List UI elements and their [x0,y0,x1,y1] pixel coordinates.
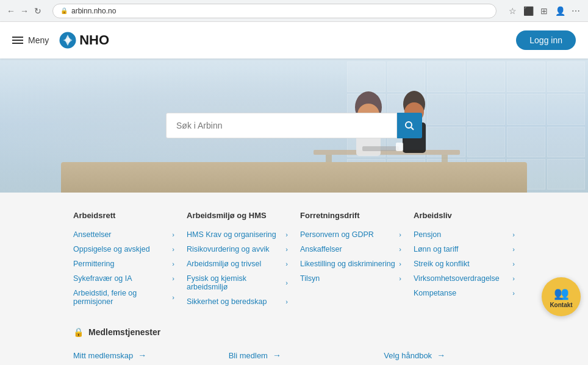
hero-table [61,162,527,193]
nav-section-2: ForretningsdriftPersonvern og GDPR›Anska… [300,211,401,309]
url-text: arbinn.nho.no [71,7,116,15]
main-content: ArbeidsrettAnsettelser›Oppsigelse og avs… [0,193,588,365]
nav-chevron-icon-0-0: › [172,231,174,238]
nav-chevron-icon-2-3: › [399,275,401,282]
nho-logo-icon [59,31,77,49]
contact-label: Kontakt [550,302,572,308]
site-header: Meny NHO Logg inn [0,22,588,58]
nav-section-title-1: Arbeidsmiljø og HMS [187,211,288,220]
nav-chevron-icon-3-2: › [512,260,515,268]
nav-item-2-1[interactable]: Anskaffelser› [300,242,401,257]
member-link-2-0[interactable]: Bli medlem→ [229,347,360,364]
hamburger-icon [12,37,23,44]
star-icon[interactable]: ☆ [506,5,518,17]
member-services: 🔒 Medlemstjenester Mitt medlemskap→Medle… [12,327,576,365]
member-arrow-icon-1-0: → [138,350,146,360]
back-button[interactable]: ← [6,6,16,16]
member-col-1: Mitt medlemskap→Medlemsfordeler→Content … [73,347,204,365]
nav-item-0-2[interactable]: Permittering› [73,257,174,271]
nav-chevron-icon-0-1: › [172,246,174,253]
nav-chevron-icon-2-2: › [399,260,401,268]
nav-item-2-2[interactable]: Likestilling og diskriminering› [300,257,401,271]
nav-item-0-0[interactable]: Ansettelser› [73,227,174,242]
browser-actions: ☆ ⬛ ⊞ 👤 ⋯ [506,5,582,17]
lock-icon: 🔒 [60,7,68,14]
contact-icon: 👥 [554,286,569,300]
nav-item-2-3[interactable]: Tilsyn› [300,271,401,286]
nav-item-3-0[interactable]: Pensjon› [414,227,515,242]
nav-item-3-1[interactable]: Lønn og tariff› [414,242,515,257]
svg-rect-11 [396,143,403,151]
nav-chevron-icon-0-3: › [172,275,174,282]
address-bar[interactable]: 🔒 arbinn.nho.no [52,4,497,18]
extensions-icon[interactable]: ⬛ [522,5,534,17]
nav-section-1: Arbeidsmiljø og HMSHMS Krav og organiser… [187,211,288,309]
nav-section-0: ArbeidsrettAnsettelser›Oppsigelse og avs… [73,211,174,309]
nav-chevron-icon-3-0: › [512,231,515,238]
nav-chevron-icon-2-1: › [399,246,401,253]
search-input[interactable] [166,113,397,138]
nav-chevron-icon-3-1: › [512,246,515,253]
nav-chevron-icon-3-4: › [512,289,515,297]
svg-point-12 [406,122,412,128]
search-icon [404,121,414,130]
member-link-1-0[interactable]: Mitt medlemskap→ [73,347,204,364]
nav-item-1-3[interactable]: Fysisk og kjemisk arbeidsmiljø› [187,271,288,294]
member-col-3: Velg håndbok→HMS Risikostyringsverktøy→ [384,347,515,365]
windows-icon[interactable]: ⊞ [538,5,550,17]
contact-button[interactable]: 👥 Kontakt [542,277,581,316]
member-link-3-0[interactable]: Velg håndbok→ [384,347,515,364]
member-col-2: Bli medlem→NHO Kurs→ [229,347,360,365]
logo-text: NHO [79,32,109,48]
nav-item-3-2[interactable]: Streik og konflikt› [414,257,515,271]
hero-section [0,58,588,193]
nav-chevron-icon-1-1: › [285,246,288,253]
profile-icon[interactable]: 👤 [554,5,566,17]
nav-item-1-4[interactable]: Sikkerhet og beredskap› [187,294,288,309]
nav-item-1-1[interactable]: Risikovurdering og avvik› [187,242,288,257]
nav-chevron-icon-2-0: › [399,231,401,238]
search-bar [166,113,422,138]
nav-grid: ArbeidsrettAnsettelser›Oppsigelse og avs… [12,211,576,309]
logo[interactable]: NHO [59,31,109,49]
nav-item-0-4[interactable]: Arbeidstid, ferie og permisjoner› [73,286,174,309]
nav-chevron-icon-1-0: › [285,231,288,238]
member-arrow-icon-3-0: → [437,350,445,360]
member-services-label: Medlemstjenester [88,327,160,337]
lock-icon: 🔒 [73,327,84,337]
nav-item-3-3[interactable]: Virksomhetsoverdragelse› [414,271,515,286]
member-arrow-icon-2-0: → [273,350,281,360]
member-services-title: 🔒 Medlemstjenester [73,327,515,337]
nav-item-2-0[interactable]: Personvern og GDPR› [300,227,401,242]
nav-item-0-3[interactable]: Sykefravær og IA› [73,271,174,286]
nav-item-3-4[interactable]: Kompetanse› [414,286,515,300]
nav-item-1-2[interactable]: Arbeidsmiljø og trivsel› [187,257,288,271]
nav-chevron-icon-1-2: › [285,260,288,268]
reload-button[interactable]: ↻ [33,6,43,16]
svg-rect-10 [362,146,399,151]
menu-dots-icon[interactable]: ⋯ [570,5,582,17]
member-grid: Mitt medlemskap→Medlemsfordeler→Content … [73,347,515,365]
forward-button[interactable]: → [20,6,29,16]
nav-chevron-icon-0-4: › [172,294,174,301]
nav-chevron-icon-1-3: › [285,279,288,286]
nav-section-3: ArbeidslivPensjon›Lønn og tariff›Streik … [414,211,515,309]
nav-chevron-icon-1-4: › [285,298,288,305]
nav-section-title-2: Forretningsdrift [300,211,401,220]
menu-label: Meny [28,35,49,45]
nav-section-title-0: Arbeidsrett [73,211,174,220]
menu-button[interactable]: Meny [12,35,49,45]
svg-line-13 [411,127,414,130]
nav-chevron-icon-3-3: › [512,275,515,282]
nav-item-0-1[interactable]: Oppsigelse og avskjed› [73,242,174,257]
header-left: Meny NHO [12,31,109,49]
search-button[interactable] [397,113,422,138]
nav-section-title-3: Arbeidsliv [414,211,515,220]
browser-chrome: ← → ↻ 🔒 arbinn.nho.no ☆ ⬛ ⊞ 👤 ⋯ [0,0,588,22]
login-button[interactable]: Logg inn [516,30,576,50]
browser-controls: ← → ↻ [6,6,43,16]
nav-item-1-0[interactable]: HMS Krav og organisering› [187,227,288,242]
nav-chevron-icon-0-2: › [172,260,174,268]
